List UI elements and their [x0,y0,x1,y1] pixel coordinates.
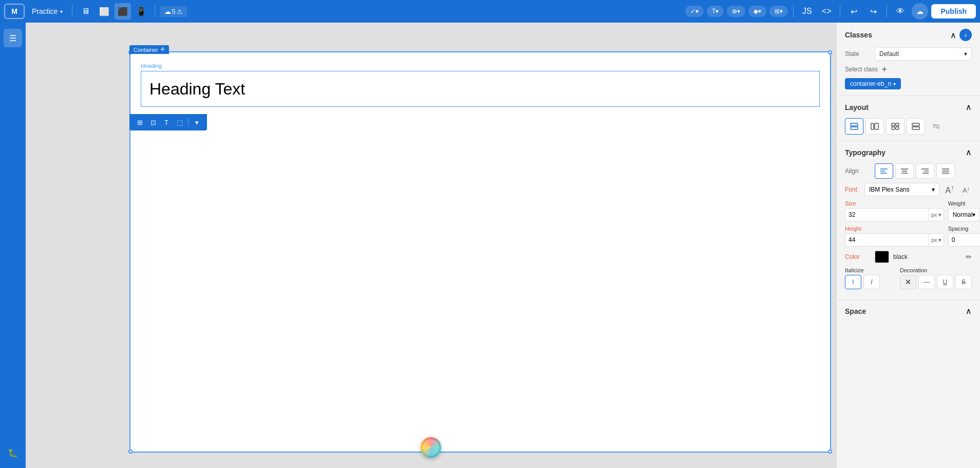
align-left-button[interactable] [875,163,893,179]
project-chevron-icon: ▾ [60,9,63,14]
italic-italic-button[interactable]: I [863,275,880,289]
select-class-label: Select class [845,66,878,73]
ai-bubble-button[interactable] [421,437,441,458]
grid-tool-button[interactable]: ⊞▾ [769,6,788,17]
font-value: IBM Plex Sans [869,186,910,193]
italicize-group: Italicize I I [845,267,896,289]
notification-button[interactable]: ☁ 5 ⚠ [160,6,187,17]
font-decrease-button[interactable]: A↓ [960,184,972,195]
divider-1 [72,5,72,17]
divider-3 [793,5,794,17]
canvas-container[interactable]: Heading Heading Text [129,51,831,453]
height-spacing-row: Height px ▾ Spacing px [845,226,972,247]
weight-select[interactable]: Normal ▾ [948,208,980,221]
right-panel: Classes ∧ › State Default ▾ Select class… [836,23,980,468]
decoration-buttons: ✕ — U S [900,275,972,289]
layout-title: Layout [845,103,869,111]
device-group: 🖥 ⬜ ⬛ 📱 [78,3,149,20]
text-edit-button[interactable]: T [160,116,173,128]
size-group: Size 32 px ▾ [845,200,944,221]
typography-collapse-icon[interactable]: ∧ [966,147,972,157]
size-input[interactable]: 32 [845,209,929,221]
color-swatch[interactable] [875,251,889,263]
heading-type-label: Heading [141,63,820,69]
more-options-button[interactable]: ▾ [191,116,203,128]
svg-rect-2 [871,123,874,129]
cloud-save-button[interactable]: ☁ [912,3,928,20]
sidebar-pages-icon[interactable]: ☰ [4,29,22,47]
logo-button[interactable]: M [4,4,25,19]
move-icon[interactable]: ✛ [160,46,165,53]
classes-header: Classes ∧ › [845,29,972,41]
container-label: Container ✛ [129,45,169,54]
deco-italic-button[interactable]: — [918,275,935,289]
spacing-input[interactable] [949,234,980,246]
sidebar-debug-icon[interactable]: 🐛 [4,443,22,462]
eyedropper-icon[interactable]: ✏ [966,253,972,261]
class-badge-row: container-eb_n ▾ [845,78,972,89]
italic-normal-button[interactable]: I [845,275,861,289]
svg-rect-3 [875,123,878,129]
code-button[interactable]: <> [818,3,835,20]
js-button[interactable]: JS [799,3,815,20]
align-center-button[interactable] [895,163,914,179]
add-class-button[interactable]: + [882,65,887,74]
align-justify-button[interactable] [936,163,955,179]
heading-text-box[interactable]: Heading Text [141,71,820,107]
svg-rect-6 [892,127,895,129]
state-select[interactable]: Default ▾ [875,47,972,61]
text-tool-button[interactable]: T▾ [707,6,724,17]
publish-button[interactable]: Publish [931,4,976,18]
desktop-view-button[interactable]: 🖥 [78,3,94,20]
layout-flex-col-button[interactable] [907,118,925,135]
layout-grid-button[interactable] [886,118,904,135]
deco-none-button[interactable]: ✕ [900,275,916,289]
space-collapse-icon[interactable]: ∧ [966,306,972,316]
tablet-portrait-button[interactable]: ⬛ [115,3,131,20]
height-unit-label: px [931,237,937,243]
state-value: Default [879,50,899,58]
shape-tool-button[interactable]: ◆▾ [748,6,766,17]
class-select-row: Select class + [845,65,972,74]
font-select[interactable]: IBM Plex Sans ▾ [864,183,939,196]
font-increase-button[interactable]: A↑ [944,183,956,196]
class-badge[interactable]: container-eb_n ▾ [845,78,901,89]
heading-area: Heading Heading Text [141,63,820,107]
move-tool-button[interactable]: ⊞ [134,116,146,128]
deco-strikethrough-button[interactable]: S [955,275,972,289]
undo-button[interactable]: ↩ [845,3,862,20]
add-tool-button[interactable]: ⊕▾ [727,6,745,17]
project-selector[interactable]: Practice ▾ [28,5,67,17]
layout-block-button[interactable] [845,118,863,135]
layout-hidden-button[interactable] [927,118,946,135]
italic-buttons: I I [845,275,896,289]
align-right-button[interactable] [916,163,934,179]
classes-expand-button[interactable]: › [959,29,972,41]
height-input[interactable] [845,234,929,246]
classes-title: Classes [845,31,872,39]
resize-handle-tr[interactable] [828,50,832,54]
classes-collapse-icon[interactable]: ∧ [950,30,956,40]
size-unit-select[interactable]: px ▾ [929,209,944,221]
container-label-text: Container [134,47,158,53]
resize-handle-bl[interactable] [128,450,133,454]
canvas-area: Container ✛ Heading Heading Text ⊞ ⊡ T ⬚… [26,23,836,468]
redo-button[interactable]: ↪ [865,3,881,20]
resize-tool-button[interactable]: ⊡ [147,116,159,128]
layout-flex-row-button[interactable] [865,118,884,135]
sidebar-bottom: 🐛 [4,443,22,468]
weight-value: Normal [953,211,973,218]
svg-rect-0 [851,123,858,126]
deco-underline-button[interactable]: U [937,275,953,289]
state-chevron-icon: ▾ [964,50,967,58]
layout-collapse-icon[interactable]: ∧ [966,102,972,112]
height-unit-select[interactable]: px ▾ [929,234,944,246]
spacing-label: Spacing [948,226,980,232]
wrap-tool-button[interactable]: ⬚ [174,116,186,128]
tablet-landscape-button[interactable]: ⬜ [96,3,112,20]
preview-button[interactable]: 👁 [892,3,909,20]
resize-handle-br[interactable] [828,450,832,454]
check-tool-button[interactable]: ✓▾ [685,6,704,17]
mobile-button[interactable]: 📱 [133,3,149,20]
state-row: State Default ▾ [845,47,972,61]
